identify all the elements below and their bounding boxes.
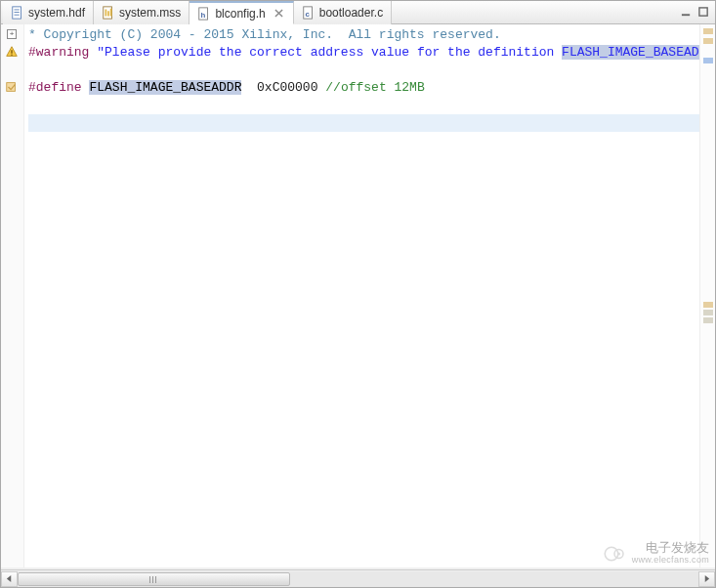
scroll-left-button[interactable] [1, 571, 18, 587]
marker-icon[interactable] [4, 79, 20, 95]
svg-text:h: h [201, 10, 206, 19]
scroll-right-button[interactable] [698, 571, 715, 587]
code-line-warning: #warning "Please provide the correct add… [28, 44, 699, 62]
tab-label: system.mss [119, 6, 181, 20]
ruler-mark-warning[interactable] [703, 38, 713, 44]
tab-label: bootloader.c [319, 6, 383, 20]
ruler-mark-occurrence[interactable] [703, 317, 713, 323]
code-current-line [28, 114, 699, 132]
ruler-mark-warning[interactable] [703, 302, 713, 308]
svg-rect-13 [698, 8, 706, 16]
ruler-mark-info[interactable] [703, 58, 713, 63]
editor-area: + * Copyright (C) 2004 - 2015 Xilinx, In… [1, 24, 715, 567]
tab-blconfig-h[interactable]: h blconfig.h [190, 1, 293, 24]
svg-rect-15 [11, 55, 12, 56]
tab-label: blconfig.h [215, 7, 265, 21]
minimize-button[interactable] [678, 5, 694, 21]
ruler-mark-occurrence[interactable] [703, 310, 713, 315]
overview-ruler[interactable] [699, 24, 715, 567]
svg-rect-6 [107, 11, 109, 16]
file-mss-icon [102, 6, 115, 20]
editor-gutter: + [1, 24, 24, 567]
tab-label: system.hdf [28, 6, 85, 20]
file-h-icon: h [197, 7, 211, 21]
tab-system-hdf[interactable]: system.hdf [3, 1, 94, 24]
svg-rect-5 [105, 9, 107, 16]
file-hdf-icon [11, 6, 24, 20]
svg-rect-14 [11, 50, 12, 54]
svg-rect-2 [15, 12, 20, 13]
file-c-icon: c [302, 6, 316, 20]
maximize-button[interactable] [695, 5, 711, 21]
editor-tab-bar: system.hdf system.mss h blconfig.h c boo… [1, 1, 715, 24]
warning-icon[interactable] [4, 44, 20, 60]
svg-text:c: c [305, 9, 310, 18]
tab-system-mss[interactable]: system.mss [94, 1, 190, 24]
code-editor[interactable]: * Copyright (C) 2004 - 2015 Xilinx, Inc.… [24, 24, 699, 567]
scroll-thumb[interactable] [18, 572, 290, 586]
scroll-track[interactable] [18, 571, 698, 587]
ruler-mark-warning[interactable] [703, 28, 713, 34]
svg-rect-3 [15, 14, 20, 15]
horizontal-scrollbar [1, 569, 715, 587]
code-line-comment: * Copyright (C) 2004 - 2015 Xilinx, Inc.… [28, 26, 699, 44]
code-line-blank [28, 97, 699, 114]
tab-bootloader-c[interactable]: c bootloader.c [294, 1, 392, 24]
code-line-blank [28, 62, 699, 79]
expand-icon[interactable]: + [4, 26, 20, 42]
code-line-define: #define FLASH_IMAGE_BASEADDR 0xC00000 //… [28, 79, 699, 97]
svg-rect-1 [15, 9, 20, 10]
svg-rect-7 [110, 8, 112, 16]
close-icon[interactable] [274, 8, 285, 20]
toolbar-right [678, 5, 715, 21]
svg-rect-12 [681, 14, 689, 16]
